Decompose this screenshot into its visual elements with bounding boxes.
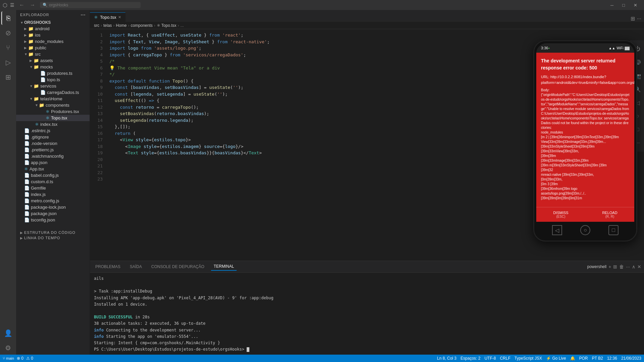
phone-reload-button[interactable]: RELOAD (R, R)	[585, 207, 634, 222]
timeline-section[interactable]: ▶ LINHA DO TEMPO	[16, 235, 90, 241]
terminal-close-button[interactable]: ✕	[637, 264, 641, 269]
search-box[interactable]: 🔍	[40, 2, 141, 8]
tree-item-Topo-tsx[interactable]: ⚛Topo.tsx	[16, 115, 90, 121]
phone-screen: 3:36 ● ▲▲ WiFi ▓▓ The development server…	[536, 43, 634, 239]
tree-item-ios[interactable]: ▶📁ios	[16, 32, 90, 38]
search-icon: 🔍	[43, 3, 48, 7]
breadcrumb-file[interactable]: ⚛ Topo.tsx	[157, 23, 177, 28]
hamburger-menu[interactable]: ☰	[10, 2, 14, 8]
errors-status[interactable]: ⊗ 0	[17, 356, 23, 361]
tree-item-index-js[interactable]: 📄index.js	[16, 191, 90, 198]
phone-dismiss-button[interactable]: DISMISS (ESC)	[536, 207, 585, 222]
tree-item-assets[interactable]: ▶📁assets	[16, 57, 90, 64]
language-status[interactable]: TypeScript JSX	[514, 356, 542, 361]
tree-item-node_modules[interactable]: ▶📁node_modules	[16, 38, 90, 45]
tree-item-gitignore[interactable]: 📄.gitignore	[16, 134, 90, 140]
tree-item-watchmanconfig[interactable]: 📄.watchmanconfig	[16, 153, 90, 159]
minimize-button[interactable]: ─	[606, 1, 617, 9]
phone-home-button[interactable]: ○	[580, 225, 590, 235]
tree-item-package-lock[interactable]: 📄package-lock.json	[16, 204, 90, 210]
tree-item-carregaDados[interactable]: 📄carregaDados.ts	[16, 89, 90, 96]
tree-item-gemfile[interactable]: 📄Gemfile	[16, 185, 90, 191]
terminal-body[interactable]: ails > Task :app:installDebug Installing…	[90, 273, 644, 355]
search-icon[interactable]: ⊘	[1, 26, 15, 40]
tree-item-src[interactable]: ▼📁src	[16, 51, 90, 57]
tab-saida[interactable]: SAÍDA	[127, 263, 145, 270]
terminal-actions: powershell + ⊞ 🗑 ··· ∧ ✕	[587, 264, 641, 269]
extensions-icon[interactable]: ⊞	[1, 70, 15, 84]
tree-item-metro-config[interactable]: 📄metro.config.js	[16, 198, 90, 204]
breadcrumb-components[interactable]: components	[131, 23, 152, 28]
breadcrumb-telas[interactable]: telas	[103, 23, 112, 28]
phone-recents-button[interactable]: □	[608, 225, 618, 235]
tree-item-topo-ts[interactable]: 📄topo.ts	[16, 76, 90, 83]
tree-item-node-version[interactable]: 📄.node-version	[16, 140, 90, 147]
tab-console[interactable]: CONSOLE DE DEPURAÇÃO	[149, 263, 207, 270]
notification-bell[interactable]: 🔔	[570, 356, 575, 361]
tree-item-babel-config[interactable]: 📄babel.config.js	[16, 172, 90, 178]
sep5: ›	[178, 23, 179, 28]
explorer-icon[interactable]: ⎘	[1, 11, 15, 25]
tree-item-mocks[interactable]: ▼📁mocks	[16, 64, 90, 70]
tree-item-public[interactable]: ▶📁public	[16, 45, 90, 51]
tree-item-app-json[interactable]: 📄app.json	[16, 159, 90, 166]
phone-dot: ●	[548, 47, 550, 50]
sidebar-dots[interactable]: •••	[81, 13, 86, 17]
go-live-status[interactable]: ⚡ Go Live	[546, 356, 566, 361]
tree-item-components[interactable]: ▼📁components	[16, 102, 90, 108]
timeline-label: LINHA DO TEMPO	[24, 236, 60, 240]
root-item[interactable]: ▼ ORGSHOOKS	[16, 19, 90, 25]
terminal-split-button[interactable]: ⊞	[613, 264, 617, 269]
terminal-up-button[interactable]: ∧	[632, 264, 635, 269]
breadcrumb-home[interactable]: Home	[116, 23, 127, 28]
tree-item-tsconfig[interactable]: 📄tsconfig.json	[16, 217, 90, 223]
tree-item-produtores-ts[interactable]: 📄produtores.ts	[16, 70, 90, 76]
tree-item-telas-home[interactable]: ▼📁telas\Home	[16, 96, 90, 102]
terminal-line-intent: Starting: Intent { cmp=com.orgshooks/.Ma…	[94, 340, 640, 346]
tab-problemas[interactable]: PROBLEMAS	[93, 263, 123, 270]
phone-back-button[interactable]: ◁	[552, 225, 562, 235]
line-col-status[interactable]: Ln 8, Col 3	[437, 356, 456, 361]
back-button[interactable]: ←	[17, 1, 27, 9]
settings-icon[interactable]: ⚙	[1, 341, 15, 355]
code-structure-label: ESTRUTURA DO CÓDIGO	[24, 230, 76, 235]
account-icon[interactable]: 👤	[1, 326, 15, 340]
forward-button[interactable]: →	[28, 1, 37, 9]
terminal-line-starting-app: info Starting the app on 'emulator-5554'…	[94, 333, 640, 340]
terminal-add-button[interactable]: +	[608, 264, 611, 269]
tree-item-eslintrc[interactable]: 📄.eslintrc.js	[16, 127, 90, 134]
tab-topo-tsx[interactable]: ⚛ Topo.tsx ✕	[90, 12, 126, 22]
phone-emulator: 3:36 ● ▲▲ WiFi ▓▓ The development server…	[533, 40, 637, 242]
terminal-more-button[interactable]: ···	[626, 264, 630, 269]
tree-item-App-tsx[interactable]: ⚛App.tsx	[16, 166, 90, 172]
encoding-status[interactable]: UTF-8	[485, 356, 496, 361]
git-branch-status[interactable]: ⑂ main	[3, 356, 14, 361]
tree-item-package-json[interactable]: 📄package.json	[16, 210, 90, 217]
locale-status: POR	[579, 356, 588, 361]
close-button[interactable]: ✕	[630, 1, 641, 9]
breadcrumb-src[interactable]: src	[94, 23, 99, 28]
tree-item-custom-d-ts[interactable]: 📄custom.d.ts	[16, 178, 90, 185]
close-tab-button[interactable]: ✕	[118, 15, 121, 19]
warnings-status[interactable]: ⚠ 0	[26, 356, 33, 361]
warnings-label: ⚠ 0	[26, 356, 33, 361]
tree-item-prettierrc[interactable]: 📄.prettierrc.js	[16, 147, 90, 153]
tab-icon: ⚛	[94, 15, 98, 20]
tree-item-Produtores-tsx[interactable]: ⚛Produtores.tsx	[16, 108, 90, 115]
tab-terminal[interactable]: TERMINAL	[211, 263, 237, 271]
spaces-status[interactable]: Espaços: 2	[460, 356, 480, 361]
source-control-icon[interactable]: ⑂	[1, 41, 15, 54]
tab-more-button[interactable]: ···	[637, 16, 641, 22]
tree-item-android[interactable]: ▶📁android	[16, 25, 90, 32]
line-ending-status[interactable]: CRLF	[500, 356, 510, 361]
time-status: 12:36	[607, 356, 617, 361]
tree-item-index-tsx[interactable]: ⚛index.tsx	[16, 121, 90, 127]
search-input[interactable]	[49, 3, 138, 7]
phone-dismiss-label: DISMISS	[538, 211, 584, 215]
code-structure-section[interactable]: ▶ ESTRUTURA DO CÓDIGO	[16, 230, 90, 235]
split-editor-button[interactable]: ⊞	[631, 15, 635, 22]
terminal-trash-button[interactable]: 🗑	[619, 264, 624, 269]
tree-item-servicos[interactable]: ▼📁servicos	[16, 83, 90, 89]
run-debug-icon[interactable]: ▷	[1, 56, 15, 69]
maximize-button[interactable]: □	[618, 1, 629, 9]
